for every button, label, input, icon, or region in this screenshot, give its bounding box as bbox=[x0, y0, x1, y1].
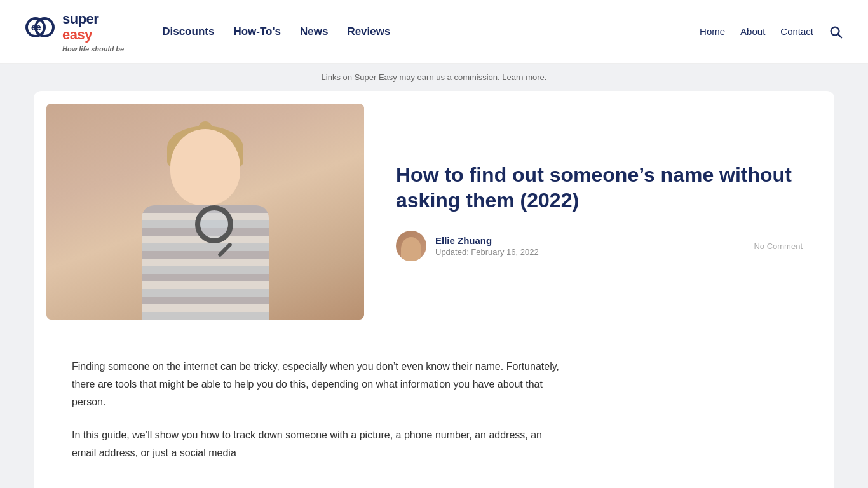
logo-graphic: ee super easy bbox=[25, 11, 98, 44]
main-nav: Discounts How-To's News Reviews bbox=[162, 25, 390, 38]
svg-line-4 bbox=[838, 34, 841, 37]
nav-about[interactable]: About bbox=[740, 26, 765, 37]
search-icon bbox=[829, 25, 843, 39]
nav-howtos[interactable]: How-To's bbox=[233, 25, 281, 38]
logo-icon: ee bbox=[25, 11, 58, 44]
article-card: How to find out someone’s name without a… bbox=[34, 91, 834, 488]
logo-area[interactable]: ee super easy How life should be bbox=[25, 11, 124, 53]
avatar-figure bbox=[401, 237, 421, 261]
nav-reviews[interactable]: Reviews bbox=[347, 25, 390, 38]
head bbox=[170, 129, 240, 205]
article-card-wrapper: How to find out someone’s name without a… bbox=[21, 91, 847, 488]
magnify-handle bbox=[217, 242, 233, 257]
hero-image bbox=[46, 104, 364, 320]
svg-text:ee: ee bbox=[31, 22, 41, 32]
article-title: How to find out someone’s name without a… bbox=[396, 162, 803, 213]
logo-text: super easy bbox=[62, 11, 98, 42]
logo-tagline: How life should be bbox=[62, 45, 124, 53]
article-paragraph-2: In this guide, we’ll show you how to tra… bbox=[72, 426, 567, 462]
nav-contact[interactable]: Contact bbox=[780, 26, 813, 37]
search-button[interactable] bbox=[829, 25, 843, 39]
author-date: Updated: February 16, 2022 bbox=[435, 247, 539, 257]
commission-bar: Links on Super Easy may earn us a commis… bbox=[0, 64, 868, 91]
avatar bbox=[396, 231, 426, 261]
author-row: Ellie Zhuang Updated: February 16, 2022 … bbox=[396, 231, 803, 261]
header-right: Home About Contact bbox=[700, 25, 843, 39]
magnifying-glass bbox=[195, 205, 246, 256]
commission-text: Links on Super Easy may earn us a commis… bbox=[322, 72, 500, 82]
header-left: ee super easy How life should be Discoun… bbox=[25, 11, 390, 53]
logo-super: super bbox=[62, 11, 98, 27]
author-details: Ellie Zhuang Updated: February 16, 2022 bbox=[435, 235, 539, 257]
learn-more-link[interactable]: Learn more. bbox=[502, 72, 546, 82]
nav-news[interactable]: News bbox=[300, 25, 328, 38]
article-body: Finding someone on the internet can be t… bbox=[34, 332, 606, 488]
hero-section: How to find out someone’s name without a… bbox=[34, 91, 834, 332]
child-figure bbox=[116, 116, 294, 320]
hero-content: How to find out someone’s name without a… bbox=[364, 137, 834, 287]
nav-home[interactable]: Home bbox=[700, 26, 725, 37]
hero-image-art bbox=[46, 104, 364, 320]
site-header: ee super easy How life should be Discoun… bbox=[0, 0, 868, 64]
nav-discounts[interactable]: Discounts bbox=[162, 25, 214, 38]
magnify-circle bbox=[195, 205, 233, 243]
comment-count: No Comment bbox=[754, 241, 803, 251]
author-info: Ellie Zhuang Updated: February 16, 2022 bbox=[396, 231, 539, 261]
author-name: Ellie Zhuang bbox=[435, 235, 539, 246]
article-paragraph-1: Finding someone on the internet can be t… bbox=[72, 358, 567, 411]
logo-easy: easy bbox=[62, 27, 98, 43]
